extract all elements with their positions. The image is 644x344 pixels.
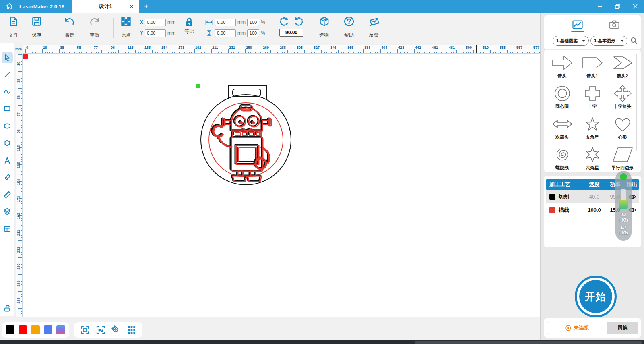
file-button[interactable]: 文件 — [3, 15, 23, 40]
category-dropdown-2[interactable]: 1.基本图形 — [590, 36, 627, 46]
tab-camera[interactable] — [606, 18, 622, 31]
shape-star-5[interactable]: 五角星 — [577, 114, 607, 144]
curve-tool[interactable] — [2, 86, 13, 97]
swatch-black[interactable] — [6, 325, 14, 334]
swatch-red[interactable] — [19, 325, 27, 334]
width-unit: mm — [237, 19, 246, 25]
feedback-button[interactable]: 反馈 — [364, 15, 384, 40]
shape-star-6[interactable]: 六角星 — [577, 144, 607, 172]
design-canvas[interactable] — [23, 54, 540, 317]
connection-status[interactable]: 未连接 — [547, 322, 607, 334]
grid-toggle-button[interactable] — [126, 325, 137, 335]
rotate-ccw-button[interactable] — [279, 16, 289, 27]
eraser-tool[interactable] — [2, 172, 13, 183]
trace-speed-value[interactable]: 100.0 — [584, 207, 605, 213]
y-label: Y — [140, 30, 143, 36]
shape-arrow-right[interactable]: 箭头 — [547, 52, 577, 83]
undo-button[interactable]: 撤销 — [60, 15, 80, 40]
x-position-input[interactable] — [145, 19, 166, 26]
fit-selection-button[interactable] — [95, 325, 106, 335]
medal-robot-design[interactable] — [191, 77, 308, 197]
arrow-right-icon — [551, 54, 573, 72]
cut-speed-value[interactable]: 40.0 — [584, 194, 605, 200]
help-label: 帮助 — [344, 32, 354, 39]
swatch-orange[interactable] — [31, 325, 40, 334]
category-dropdown-1[interactable]: 1.基础图案 — [553, 36, 589, 46]
height-percent-input[interactable] — [247, 29, 259, 37]
search-icon[interactable] — [630, 37, 638, 45]
toolbar-separator — [310, 18, 310, 38]
undo-icon — [64, 16, 75, 27]
minimize-button[interactable] — [591, 0, 609, 13]
workarea-frame-button[interactable] — [80, 325, 90, 335]
create-button[interactable]: 造物 — [314, 15, 334, 40]
origin-button[interactable]: 原点 — [117, 15, 135, 40]
layers-icon — [3, 207, 11, 216]
shape-cross[interactable]: 十字 — [577, 83, 607, 114]
color-swatch-bar — [2, 322, 69, 338]
cut-color-swatch[interactable] — [549, 194, 555, 200]
box-3d-icon — [319, 16, 330, 27]
rotation-angle-input[interactable] — [279, 29, 303, 37]
measure-tool[interactable] — [2, 189, 13, 200]
line-tool[interactable] — [2, 69, 13, 80]
star-5-icon — [582, 115, 603, 133]
shape-arrow-pentagon[interactable]: 箭头1 — [577, 52, 607, 83]
new-tab-button[interactable]: + — [139, 0, 153, 13]
start-button[interactable]: 开始 — [575, 276, 617, 317]
upload-speed-value: 0.2 — [615, 212, 632, 217]
shape-label: 五角星 — [586, 134, 599, 140]
shape-library-scrollbar[interactable] — [636, 54, 637, 151]
height-input[interactable] — [215, 29, 236, 37]
rectangle-tool[interactable] — [2, 103, 13, 114]
swatch-blue[interactable] — [44, 325, 53, 334]
text-tool[interactable] — [2, 155, 13, 166]
eraser-icon — [3, 173, 11, 181]
rotate-cw-button[interactable] — [293, 16, 304, 27]
width-input[interactable] — [215, 19, 236, 26]
polygon-tool[interactable] — [2, 137, 13, 149]
shape-heart[interactable]: 心形 — [607, 114, 638, 144]
shape-label: 螺旋线 — [555, 165, 569, 171]
maximize-button[interactable] — [609, 0, 626, 13]
connection-status-label: 未连接 — [574, 324, 589, 332]
save-button[interactable]: 保存 — [27, 15, 47, 40]
home-icon — [6, 3, 13, 10]
trace-color-swatch[interactable] — [549, 207, 555, 213]
select-tool[interactable] — [2, 52, 13, 63]
close-button[interactable] — [626, 0, 644, 13]
tab-close-icon[interactable]: × — [128, 3, 135, 10]
shape-cross-arrows[interactable]: 十字箭头 — [607, 83, 638, 114]
swatch-gradient[interactable] — [56, 325, 65, 334]
unlock-tool[interactable] — [2, 303, 13, 314]
vertical-ruler: 0193858779611513515417319221123125026928… — [16, 54, 23, 317]
snap-magnet-button[interactable] — [111, 325, 121, 335]
hexagon-icon — [3, 139, 11, 147]
redo-button[interactable]: 重做 — [85, 15, 105, 40]
shape-parallelogram[interactable]: 平行四边形 — [607, 144, 638, 172]
lock-icon — [184, 17, 194, 27]
home-button[interactable] — [0, 0, 19, 13]
arrow-pentagon-icon — [582, 54, 603, 72]
shape-label: 双箭头 — [555, 134, 569, 140]
shape-spiral[interactable]: 螺旋线 — [547, 144, 577, 172]
shape-label: 心形 — [618, 134, 627, 140]
width-percent-input[interactable] — [247, 19, 259, 26]
layers-tool[interactable] — [2, 206, 13, 217]
switch-device-button[interactable]: 切换 — [607, 322, 638, 334]
table-tool[interactable] — [2, 223, 13, 234]
proportional-lock-button[interactable]: 等比 — [184, 17, 194, 35]
horizontal-scrollbar-thumb[interactable] — [415, 341, 642, 344]
shape-arrow-chevron[interactable]: 箭头2 — [607, 52, 638, 83]
ellipse-tool[interactable] — [2, 120, 13, 132]
spiral-icon — [551, 146, 573, 164]
document-tab[interactable]: 设计1 × — [72, 0, 139, 13]
shape-double-arrow[interactable]: 双箭头 — [547, 114, 577, 144]
save-label: 保存 — [32, 32, 41, 39]
tab-graphics-library[interactable] — [570, 18, 586, 31]
shape-label: 箭头1 — [586, 73, 598, 79]
y-position-input[interactable] — [145, 29, 166, 37]
net-speed-widget[interactable]: 0.2 ↑ K/s 1.7 ↓ K/s — [615, 171, 632, 241]
shape-concentric-circles[interactable]: 同心圆 — [547, 83, 577, 114]
help-button[interactable]: 帮助 — [339, 15, 359, 40]
